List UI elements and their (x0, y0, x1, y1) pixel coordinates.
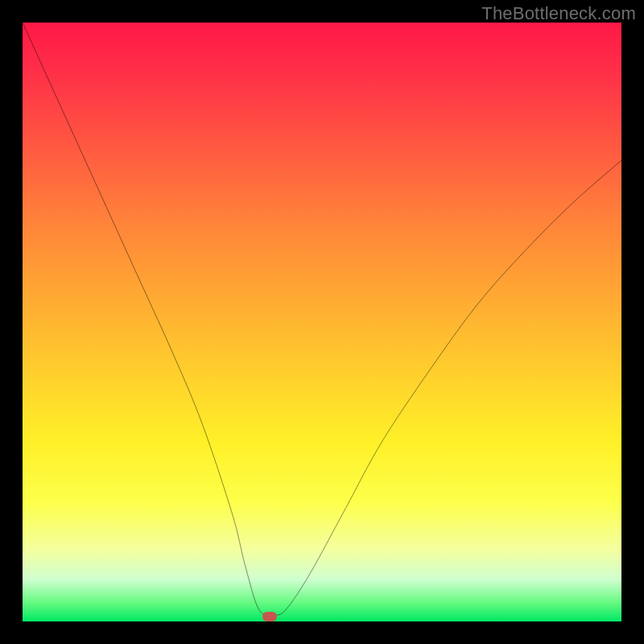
plot-area (23, 23, 621, 621)
minimum-marker (262, 612, 277, 621)
bottleneck-curve (23, 23, 621, 621)
watermark-text: TheBottleneck.com (481, 3, 636, 24)
chart-frame: TheBottleneck.com (0, 0, 644, 644)
curve-path (23, 23, 621, 617)
